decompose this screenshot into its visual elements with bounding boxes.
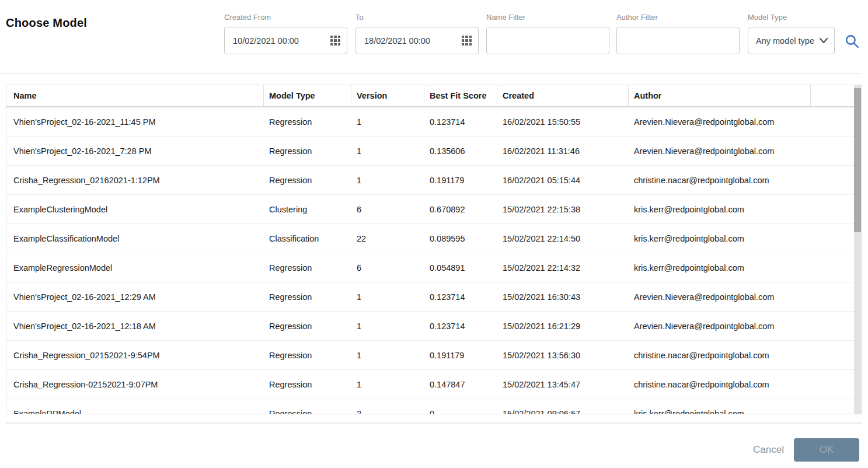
created-to-input[interactable] <box>355 27 479 54</box>
cell-best-fit-score: 0.123714 <box>424 117 497 127</box>
vertical-scrollbar[interactable] <box>854 85 861 414</box>
cell-model-type: Regression <box>264 409 351 415</box>
table-row[interactable]: Vhien'sProject_02-16-2021_11:45 PM Regre… <box>6 107 854 137</box>
name-filter-label: Name Filter <box>486 13 609 22</box>
cell-name: ExampleClusteringModel <box>6 205 264 214</box>
cell-version: 1 <box>351 322 424 331</box>
cell-version: 1 <box>351 351 424 360</box>
model-type-select[interactable]: Any model type <box>748 27 835 54</box>
cell-name: ExampleRPModel <box>6 409 264 415</box>
cell-name: Vhien'sProject_02-16-2021_12:29 AM <box>6 292 264 302</box>
cell-author: Arevien.Nievera@redpointglobal.com <box>629 146 811 156</box>
model-table-body: Vhien'sProject_02-16-2021_11:45 PM Regre… <box>6 107 861 414</box>
column-header-best-fit-score[interactable]: Best Fit Score <box>424 85 497 106</box>
column-header-name[interactable]: Name <box>6 85 264 106</box>
cell-model-type: Regression <box>264 322 351 331</box>
cell-model-type: Regression <box>264 117 351 127</box>
column-header-author[interactable]: Author <box>629 85 811 106</box>
cell-best-fit-score: 0.135606 <box>424 146 497 156</box>
name-filter: Name Filter <box>486 13 609 54</box>
created-from-filter: Created From <box>224 13 347 54</box>
footer-divider <box>6 422 862 424</box>
cancel-button[interactable]: Cancel <box>746 439 791 460</box>
cell-author: kris.kerr@redpointglobal.com <box>629 205 811 214</box>
author-filter-input[interactable] <box>616 27 740 54</box>
cell-name: Crisha_Regression_02152021-9:54PM <box>6 351 264 360</box>
cell-author: Arevien.Nievera@redpointglobal.com <box>629 322 811 331</box>
cell-created: 16/02/2021 11:31:46 <box>497 146 629 156</box>
cell-best-fit-score: 0.123714 <box>424 322 497 331</box>
cell-created: 15/02/2021 16:21:29 <box>497 322 629 331</box>
cell-name: Vhien'sProject_02-16-2021_7:28 PM <box>6 146 264 156</box>
table-row[interactable]: ExampleRPModel Regression 2 0 15/02/2021… <box>6 399 854 414</box>
created-from-input[interactable] <box>224 27 347 54</box>
cell-author: kris.kerr@redpointglobal.com <box>629 263 811 273</box>
column-header-created[interactable]: Created <box>497 85 629 106</box>
cell-created: 15/02/2021 13:45:47 <box>497 380 629 389</box>
table-row[interactable]: Vhien'sProject_02-16-2021_12:18 AM Regre… <box>6 312 854 341</box>
search-icon <box>845 34 860 49</box>
cell-best-fit-score: 0.054891 <box>424 263 497 273</box>
created-from-label: Created From <box>224 13 347 22</box>
cell-model-type: Clustering <box>264 205 351 214</box>
name-filter-input[interactable] <box>486 27 609 54</box>
cell-model-type: Regression <box>264 380 351 389</box>
cell-model-type: Regression <box>264 292 351 302</box>
table-row[interactable]: ExampleRegressionModel Regression 6 0.05… <box>6 253 854 282</box>
cell-created: 16/02/2021 05:15:44 <box>497 176 629 185</box>
ok-button[interactable]: OK <box>794 438 859 462</box>
cell-model-type: Classification <box>264 234 351 243</box>
cell-version: 1 <box>351 380 424 389</box>
cell-author: christine.nacar@redpointglobal.com <box>629 351 811 360</box>
table-row[interactable]: ExampleClassificationModel Classificatio… <box>6 224 854 253</box>
table-row[interactable]: Vhien'sProject_02-16-2021_12:29 AM Regre… <box>6 282 854 312</box>
cell-version: 22 <box>351 234 424 243</box>
cell-best-fit-score: 0.089595 <box>424 234 497 243</box>
model-table: Name Model Type Version Best Fit Score C… <box>6 85 862 414</box>
search-button[interactable] <box>844 34 860 50</box>
cell-model-type: Regression <box>264 351 351 360</box>
table-row[interactable]: Crisha_Regression_02152021-9:54PM Regres… <box>6 341 854 370</box>
table-row[interactable]: ExampleClusteringModel Clustering 6 0.67… <box>6 195 854 224</box>
cell-author: Arevien.Nievera@redpointglobal.com <box>629 292 811 302</box>
cell-author: Arevien.Nievera@redpointglobal.com <box>629 117 811 127</box>
cell-version: 1 <box>351 146 424 156</box>
cell-best-fit-score: 0.123714 <box>424 292 497 302</box>
column-header-model-type[interactable]: Model Type <box>264 85 351 106</box>
cell-created: 16/02/2021 15:50:55 <box>497 117 629 127</box>
column-header-version[interactable]: Version <box>351 85 424 106</box>
model-type-filter: Model Type Any model type <box>748 13 835 54</box>
cell-name: Crisha_Regression-02152021-9:07PM <box>6 380 264 389</box>
author-filter-label: Author Filter <box>616 13 740 22</box>
cell-author: christine.nacar@redpointglobal.com <box>629 176 811 185</box>
table-row[interactable]: Vhien'sProject_02-16-2021_7:28 PM Regres… <box>6 137 854 166</box>
cell-name: ExampleRegressionModel <box>6 263 264 273</box>
cell-name: Vhien'sProject_02-16-2021_12:18 AM <box>6 322 264 331</box>
cell-model-type: Regression <box>264 263 351 273</box>
column-header-filler <box>811 85 854 106</box>
author-filter: Author Filter <box>616 13 740 54</box>
page-title: Choose Model <box>6 16 87 30</box>
model-type-selected-value: Any model type <box>756 36 814 46</box>
created-to-label: To <box>355 13 479 22</box>
model-table-header: Name Model Type Version Best Fit Score C… <box>6 85 854 107</box>
table-row[interactable]: Crisha_Regression-02152021-9:07PM Regres… <box>6 370 854 399</box>
cell-name: Crisha_Regression_02162021-1:12PM <box>6 176 264 185</box>
chevron-down-icon <box>819 37 828 44</box>
cell-best-fit-score: 0 <box>424 409 497 415</box>
cell-author: christine.nacar@redpointglobal.com <box>629 380 811 389</box>
table-row[interactable]: Crisha_Regression_02162021-1:12PM Regres… <box>6 166 854 195</box>
scrollbar-thumb[interactable] <box>854 88 861 232</box>
calendar-grid-icon[interactable] <box>330 36 340 46</box>
cell-version: 1 <box>351 176 424 185</box>
cell-created: 15/02/2021 13:56:30 <box>497 351 629 360</box>
cell-name: ExampleClassificationModel <box>6 234 264 243</box>
cell-created: 15/02/2021 16:30:43 <box>497 292 629 302</box>
cell-best-fit-score: 0.147847 <box>424 380 497 389</box>
cell-best-fit-score: 0.191179 <box>424 351 497 360</box>
cell-author: kris.kerr@redpointglobal.com <box>629 409 811 415</box>
cell-best-fit-score: 0.670892 <box>424 205 497 214</box>
cell-name: Vhien'sProject_02-16-2021_11:45 PM <box>6 117 264 127</box>
calendar-grid-icon[interactable] <box>462 36 472 46</box>
cell-model-type: Regression <box>264 146 351 156</box>
